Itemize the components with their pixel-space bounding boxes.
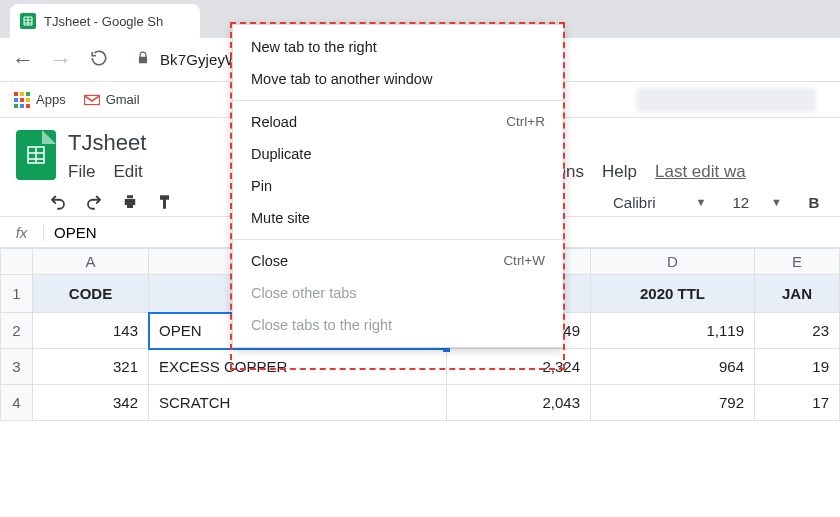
font-size-select[interactable]: 12 ▼: [732, 194, 782, 211]
ctx-label: Mute site: [251, 210, 310, 226]
cell[interactable]: 17: [755, 385, 840, 421]
browser-tab[interactable]: TJsheet - Google Sh: [10, 4, 200, 38]
blurred-bookmark: [636, 88, 816, 112]
cell[interactable]: EXCESS COPPER: [149, 349, 447, 385]
tab-context-menu: New tab to the right Move tab to another…: [232, 24, 564, 348]
font-select[interactable]: Calibri ▼: [613, 194, 706, 211]
ctx-pin[interactable]: Pin: [233, 170, 563, 202]
select-all-corner[interactable]: [1, 249, 33, 275]
col-header[interactable]: D: [591, 249, 755, 275]
ctx-reload[interactable]: ReloadCtrl+R: [233, 106, 563, 138]
ctx-new-tab-right[interactable]: New tab to the right: [233, 31, 563, 63]
cell[interactable]: 19: [755, 349, 840, 385]
cell[interactable]: 23: [755, 313, 840, 349]
font-size: 12: [732, 194, 749, 211]
row-number[interactable]: 2: [1, 313, 33, 349]
row-number[interactable]: 4: [1, 385, 33, 421]
chevron-down-icon: ▼: [696, 196, 707, 208]
sheets-favicon-icon: [20, 13, 36, 29]
table-row[interactable]: 4 342 SCRATCH 2,043 792 17: [1, 385, 840, 421]
ctx-label: New tab to the right: [251, 39, 377, 55]
gmail-icon: [84, 94, 100, 106]
fx-label: fx: [0, 224, 44, 241]
cell[interactable]: 342: [33, 385, 149, 421]
ctx-label: Reload: [251, 114, 297, 130]
paint-format-icon[interactable]: [156, 192, 176, 212]
cell[interactable]: 143: [33, 313, 149, 349]
gmail-bookmark[interactable]: Gmail: [84, 92, 140, 107]
cell[interactable]: 2,043: [447, 385, 591, 421]
menu-help[interactable]: Help: [602, 162, 637, 182]
cell[interactable]: 2,324: [447, 349, 591, 385]
reload-icon[interactable]: [88, 47, 110, 73]
cell[interactable]: 321: [33, 349, 149, 385]
font-name: Calibri: [613, 194, 656, 211]
ctx-label: Close tabs to the right: [251, 317, 392, 333]
row-number[interactable]: 1: [1, 275, 33, 313]
bold-icon[interactable]: B: [804, 192, 824, 212]
ctx-close-right[interactable]: Close tabs to the right: [233, 309, 563, 341]
back-icon[interactable]: ←: [12, 47, 34, 73]
sheets-logo-icon[interactable]: [16, 130, 56, 180]
apps-bookmark[interactable]: Apps: [14, 92, 66, 108]
ctx-close-other[interactable]: Close other tabs: [233, 277, 563, 309]
apps-grid-icon: [14, 92, 30, 108]
menu-file[interactable]: File: [68, 162, 95, 182]
redo-icon[interactable]: [84, 192, 104, 212]
cell[interactable]: CODE: [33, 275, 149, 313]
cell-value: OPEN: [159, 322, 202, 339]
ctx-label: Move tab to another window: [251, 71, 432, 87]
gmail-label: Gmail: [106, 92, 140, 107]
ctx-label: Duplicate: [251, 146, 311, 162]
ctx-label: Pin: [251, 178, 272, 194]
row-number[interactable]: 3: [1, 349, 33, 385]
cell[interactable]: 964: [591, 349, 755, 385]
undo-icon[interactable]: [48, 192, 68, 212]
chevron-down-icon: ▼: [771, 196, 782, 208]
ctx-mute-site[interactable]: Mute site: [233, 202, 563, 234]
cell[interactable]: SCRATCH: [149, 385, 447, 421]
cell[interactable]: JAN: [755, 275, 840, 313]
forward-icon[interactable]: →: [50, 47, 72, 73]
menu-edit[interactable]: Edit: [113, 162, 142, 182]
last-edit-link[interactable]: Last edit wa: [655, 162, 746, 182]
cell[interactable]: 792: [591, 385, 755, 421]
browser-tab-title: TJsheet - Google Sh: [44, 14, 163, 29]
apps-label: Apps: [36, 92, 66, 107]
ctx-duplicate[interactable]: Duplicate: [233, 138, 563, 170]
cell[interactable]: 2020 TTL: [591, 275, 755, 313]
ctx-close[interactable]: CloseCtrl+W: [233, 245, 563, 277]
ctx-shortcut: Ctrl+R: [506, 114, 545, 130]
ctx-shortcut: Ctrl+W: [503, 253, 545, 269]
ctx-label: Close: [251, 253, 288, 269]
table-row[interactable]: 3 321 EXCESS COPPER 2,324 964 19: [1, 349, 840, 385]
ctx-label: Close other tabs: [251, 285, 357, 301]
print-icon[interactable]: [120, 192, 140, 212]
ctx-move-tab[interactable]: Move tab to another window: [233, 63, 563, 95]
cell[interactable]: 1,119: [591, 313, 755, 349]
lock-icon: [136, 50, 150, 70]
col-header[interactable]: E: [755, 249, 840, 275]
col-header[interactable]: A: [33, 249, 149, 275]
ctx-separator: [233, 239, 563, 240]
ctx-separator: [233, 100, 563, 101]
